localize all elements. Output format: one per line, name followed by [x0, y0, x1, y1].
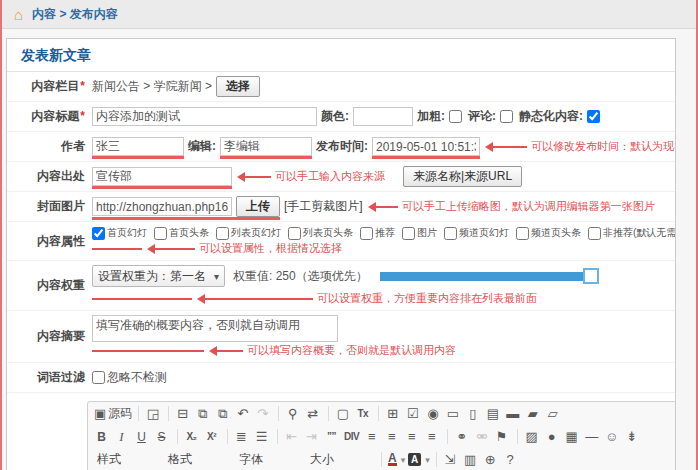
checkbox-input[interactable]: [154, 227, 167, 240]
breadcrumb[interactable]: 内容 > 发布内容: [32, 6, 118, 23]
subscript-icon[interactable]: X₂: [183, 428, 202, 445]
editor-input[interactable]: [220, 137, 312, 156]
show-blocks-icon[interactable]: ▥: [462, 451, 481, 468]
publish-time-input[interactable]: [372, 137, 480, 156]
underline-icon[interactable]: U: [133, 428, 152, 445]
weight-select[interactable]: 设置权重为：第一名: [92, 265, 225, 287]
word-filter-label: 词语过滤: [7, 369, 85, 386]
checkbox-input[interactable]: [444, 227, 457, 240]
bulleted-list-icon[interactable]: ☰: [253, 428, 272, 445]
ignore-check-checkbox[interactable]: 忽略不检测: [92, 369, 167, 386]
content-attribute-checkbox[interactable]: 频道页幻灯: [444, 226, 509, 240]
author-input[interactable]: [92, 137, 184, 156]
redo-icon[interactable]: ↷: [254, 405, 273, 422]
checkbox-input[interactable]: [516, 227, 529, 240]
home-icon[interactable]: ⌂: [14, 7, 23, 22]
button-icon[interactable]: ▬: [504, 405, 523, 422]
italic-icon[interactable]: I: [113, 428, 132, 445]
weight-slider-handle[interactable]: [583, 268, 599, 284]
indent-icon[interactable]: ⇥: [303, 428, 322, 445]
blockquote-icon[interactable]: ””: [323, 428, 342, 445]
find-icon[interactable]: ⚲: [284, 405, 303, 422]
comment-checkbox[interactable]: [500, 110, 513, 123]
page-title: 发表新文章: [7, 39, 675, 72]
content-attribute-checkbox[interactable]: 推荐: [360, 226, 395, 240]
content-attribute-checkbox[interactable]: 非推荐(默认无需设置): [588, 226, 675, 240]
bold-checkbox[interactable]: [449, 110, 462, 123]
align-center-icon[interactable]: ≡: [383, 428, 402, 445]
comment-label: 评论:: [468, 108, 496, 125]
textarea-icon[interactable]: ▯: [464, 405, 483, 422]
select-category-button[interactable]: 选择: [216, 76, 260, 97]
select-field-icon[interactable]: ▤: [484, 405, 503, 422]
image-icon[interactable]: ▨: [523, 428, 542, 445]
link-icon[interactable]: ⚭: [453, 428, 472, 445]
anchor-icon[interactable]: ⚑: [493, 428, 512, 445]
page-break-icon[interactable]: ⇟: [623, 428, 642, 445]
content-attribute-checkbox[interactable]: 图片: [402, 226, 437, 240]
format-combo[interactable]: 格式: [164, 451, 234, 468]
replace-icon[interactable]: ⇄: [304, 405, 323, 422]
image-button-icon[interactable]: ▰: [524, 405, 543, 422]
content-attribute-checkbox[interactable]: 首页头条: [154, 226, 209, 240]
content-attribute-checkbox[interactable]: 列表页幻灯: [216, 226, 281, 240]
checkbox-input[interactable]: [92, 371, 105, 384]
paste-icon[interactable]: ⧉: [194, 405, 213, 422]
radio-icon[interactable]: ◉: [424, 405, 443, 422]
strikethrough-icon[interactable]: S: [153, 428, 172, 445]
remove-format-icon[interactable]: Tx: [354, 405, 373, 422]
weight-slider-bar[interactable]: [380, 272, 585, 281]
cover-url-input[interactable]: [92, 197, 232, 216]
bg-color-icon[interactable]: A: [407, 451, 431, 468]
content-attribute-checkbox[interactable]: 首页幻灯: [92, 226, 147, 240]
undo-icon[interactable]: ↶: [234, 405, 253, 422]
checkbox-input[interactable]: [588, 227, 601, 240]
about-icon[interactable]: ?: [502, 451, 521, 468]
templates-icon[interactable]: ⊟: [174, 405, 193, 422]
smiley-icon[interactable]: ☺: [603, 428, 622, 445]
checkbox-input[interactable]: [402, 227, 415, 240]
summary-textarea[interactable]: 填写准确的概要内容，否则就自动调用: [92, 315, 338, 342]
font-combo[interactable]: 字体: [235, 451, 305, 468]
source-input[interactable]: [92, 167, 232, 186]
static-content-checkbox[interactable]: [587, 110, 600, 123]
text-field-icon[interactable]: ▭: [444, 405, 463, 422]
checkbox-icon[interactable]: ☑: [404, 405, 423, 422]
checkbox-input[interactable]: [288, 227, 301, 240]
preview-icon[interactable]: ◲: [144, 405, 163, 422]
maximize-icon[interactable]: ⇲: [442, 451, 461, 468]
title-input[interactable]: [92, 107, 317, 126]
publish-form-panel: 发表新文章 内容栏目* 新闻公告 > 学院新闻 > 选择 内容标题* 颜色: 加…: [6, 38, 676, 470]
horizontal-rule-icon[interactable]: ―: [583, 428, 602, 445]
globe-icon[interactable]: ⊕: [482, 451, 501, 468]
align-right-icon[interactable]: ≡: [403, 428, 422, 445]
paste-from-word-icon[interactable]: ⧉: [214, 405, 233, 422]
source-url-button[interactable]: 来源名称|来源URL: [403, 166, 522, 187]
bold-icon[interactable]: B: [93, 428, 112, 445]
checkbox-input[interactable]: [216, 227, 229, 240]
outdent-icon[interactable]: ⇤: [283, 428, 302, 445]
text-color-icon[interactable]: A: [387, 451, 406, 468]
size-combo[interactable]: 大小: [306, 451, 376, 468]
superscript-icon[interactable]: X²: [203, 428, 222, 445]
unlink-icon[interactable]: ⚮: [473, 428, 492, 445]
flash-icon[interactable]: ●: [543, 428, 562, 445]
upload-button[interactable]: 上传: [236, 196, 280, 217]
align-justify-icon[interactable]: ≡: [423, 428, 442, 445]
checkbox-input[interactable]: [360, 227, 373, 240]
source-icon[interactable]: ▣源码: [93, 405, 133, 422]
table-icon[interactable]: ▦: [563, 428, 582, 445]
numbered-list-icon[interactable]: ≣: [233, 428, 252, 445]
select-all-icon[interactable]: ▢: [334, 405, 353, 422]
annotation-underline: [92, 350, 204, 352]
content-attribute-checkbox[interactable]: 频道页头条: [516, 226, 581, 240]
content-attribute-checkbox[interactable]: 列表页头条: [288, 226, 353, 240]
form-icon[interactable]: ⊞: [384, 405, 403, 422]
color-input[interactable]: [353, 107, 413, 126]
annotation-arrow: [245, 176, 271, 178]
styles-combo[interactable]: 样式: [93, 451, 163, 468]
hidden-field-icon[interactable]: ▱: [544, 405, 563, 422]
align-left-icon[interactable]: ≡: [363, 428, 382, 445]
div-container-icon[interactable]: DIV: [343, 428, 362, 445]
checkbox-input[interactable]: [92, 227, 105, 240]
